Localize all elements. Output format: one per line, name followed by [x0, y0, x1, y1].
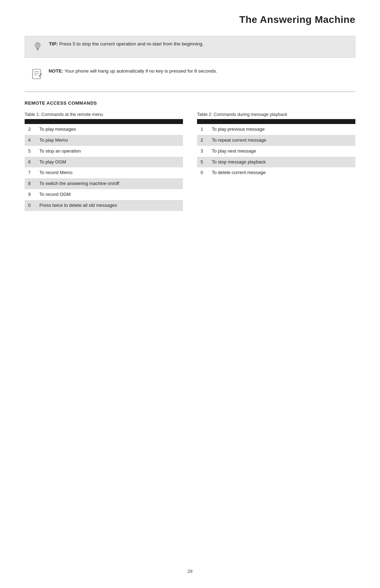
table1-cmd-cell: To switch the answering machine on/off — [36, 178, 183, 189]
note-content: Your phone will hang up automatically if… — [65, 68, 217, 74]
table2-key-cell: 1 — [197, 124, 208, 135]
table2-key-cell: 3 — [197, 146, 208, 157]
table1-header-cmd — [36, 119, 183, 124]
table1-cmd-cell: To record OGM — [36, 189, 183, 200]
tables-row: Table 1: Commands at the remote menu 2To… — [25, 112, 355, 211]
svg-line-6 — [36, 43, 36, 44]
table2-cmd-cell: To delete current message — [208, 167, 355, 178]
table2-cmd-cell: To repeat current message — [208, 135, 355, 146]
table2-cmd-cell: To stop message playback — [208, 157, 355, 168]
table1-key-cell: 6 — [25, 157, 36, 168]
table2-key-cell: 2 — [197, 135, 208, 146]
note-icon — [31, 68, 44, 80]
table1-key-cell: 7 — [25, 167, 36, 178]
table-row: 7To record Memo — [25, 167, 183, 178]
table1-cmd-cell: To stop an operation — [36, 146, 183, 157]
tip-icon — [31, 41, 44, 53]
svg-rect-3 — [37, 50, 39, 50]
tip-text: TIP: Press 5 to stop the current operati… — [49, 41, 204, 48]
table2-key-cell: 5 — [197, 157, 208, 168]
table1-key-cell: 8 — [25, 178, 36, 189]
page-number: 28 — [188, 569, 192, 574]
svg-rect-9 — [33, 69, 41, 79]
table1-cmd-cell: To play Memo — [36, 135, 183, 146]
table1-key-cell: 5 — [25, 146, 36, 157]
svg-point-0 — [35, 43, 40, 48]
table1-cmd-cell: To play messages — [36, 124, 183, 135]
table-row: 2To repeat current message — [197, 135, 355, 146]
table-row: 2To play messages — [25, 124, 183, 135]
table1-cmd-cell: To play OGM — [36, 157, 183, 168]
table-row: 9To record OGM — [25, 189, 183, 200]
table-row: 0To delete current message — [197, 167, 355, 178]
table-row: 3To play next message — [197, 146, 355, 157]
table1-container: Table 1: Commands at the remote menu 2To… — [25, 112, 183, 211]
table-row: 1To play previous message — [197, 124, 355, 135]
table1-caption: Table 1: Commands at the remote menu — [25, 112, 183, 117]
table1-cmd-cell: Press twice to delete all old messages — [36, 200, 183, 211]
table2: 1To play previous message2To repeat curr… — [197, 119, 355, 178]
tip-box: TIP: Press 5 to stop the current operati… — [25, 36, 355, 58]
table1: 2To play messages4To play Memo5To stop a… — [25, 119, 183, 211]
table2-cmd-cell: To play previous message — [208, 124, 355, 135]
tip-label: TIP: — [49, 41, 58, 47]
note-box: NOTE: Your phone will hang up automatica… — [25, 63, 355, 85]
note-label: NOTE: — [49, 68, 63, 74]
section-title: REMOTE ACCESS COMMANDS — [25, 100, 355, 106]
table1-key-cell: 4 — [25, 135, 36, 146]
table1-header-key — [25, 119, 36, 124]
table-row: 0Press twice to delete all old messages — [25, 200, 183, 211]
table1-key-cell: 0 — [25, 200, 36, 211]
table2-key-cell: 0 — [197, 167, 208, 178]
table1-key-cell: 2 — [25, 124, 36, 135]
svg-rect-1 — [37, 48, 39, 49]
tip-content: Press 5 to stop the current operation an… — [59, 41, 203, 47]
svg-rect-2 — [37, 49, 39, 50]
table2-caption: Table 2: Commands during message playbac… — [197, 112, 355, 117]
table1-key-cell: 9 — [25, 189, 36, 200]
table-row: 6To play OGM — [25, 157, 183, 168]
table-row: 4To play Memo — [25, 135, 183, 146]
table-row: 5To stop message playback — [197, 157, 355, 168]
table1-cmd-cell: To record Memo — [36, 167, 183, 178]
table2-header-cmd — [208, 119, 355, 124]
section-divider — [25, 92, 355, 92]
table2-cmd-cell: To play next message — [208, 146, 355, 157]
table-row: 5To stop an operation — [25, 146, 183, 157]
table2-header-key — [197, 119, 208, 124]
table-row: 8To switch the answering machine on/off — [25, 178, 183, 189]
table2-container: Table 2: Commands during message playbac… — [197, 112, 355, 178]
page-title: The Answering Machine — [25, 14, 355, 25]
note-text: NOTE: Your phone will hang up automatica… — [49, 68, 217, 75]
svg-line-5 — [39, 43, 40, 44]
